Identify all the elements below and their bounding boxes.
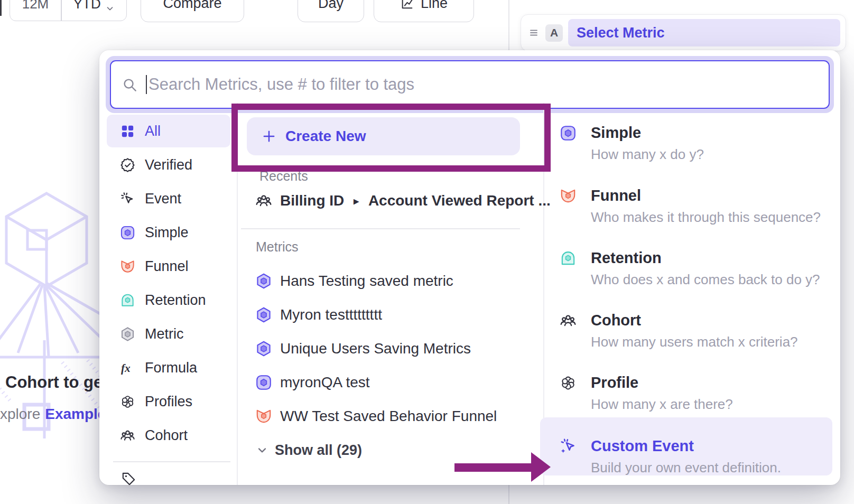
custom-event-icon [559,437,577,455]
metric-type-description: How many users match x criteria? [591,334,798,350]
saved-metric-name: Myron testtttttttt [280,306,382,323]
svg-text:fx: fx [121,362,131,375]
metric-type-simple[interactable]: SimpleHow many x do y? [540,104,832,162]
chevron-down-icon [105,1,115,10]
verified-icon [119,157,136,173]
metric-type-title: Profile [591,373,638,392]
metric-type-title: Simple [591,123,641,142]
show-all-button[interactable]: Show all (29) [256,434,362,466]
explore-prefix: xplore [0,406,40,423]
search-icon [122,77,138,93]
select-metric-field[interactable]: Select Metric [568,19,840,46]
retention-icon [119,292,136,309]
sidebar-item-label: Formula [145,360,197,376]
sidebar-item-all[interactable]: All [107,115,230,147]
saved-metric-name: Unique Users Saving Metrics [280,340,471,357]
sidebar-item-label: Metric [145,326,184,342]
metrics-section-label: Metrics [256,239,299,255]
sidebar-item-partial[interactable] [120,471,137,485]
sidebar-item-label: Funnel [145,258,189,275]
saved-metric-name: WW Test Saved Behavior Funnel [280,408,497,425]
sidebar-item-metric[interactable]: Metric [107,318,230,350]
simple-icon [559,124,577,142]
cohort-icon [255,192,273,210]
metric-icon [119,326,136,342]
saved-metric-item[interactable]: WW Test Saved Behavior Funnel [255,400,497,433]
chart-type-line-button[interactable]: Line [374,0,474,22]
metric-type-description: How many x do y? [591,146,704,162]
sidebar-item-simple[interactable]: Simple [107,216,230,249]
metric-purple-icon [255,306,273,324]
metric-type-title: Custom Event [591,436,694,455]
select-metric-dialog: AllVerifiedEventSimpleFunnelRetentionMet… [99,50,840,485]
simple-icon [119,225,136,241]
background-subtext: xplore Example [0,406,106,423]
sidebar-item-funnel[interactable]: Funnel [107,250,230,283]
saved-metric-name: myronQA test [280,374,370,391]
recent-item-primary: Billing ID [280,192,344,209]
range-ytd-label: YTD [73,0,101,12]
sidebar-item-formula[interactable]: fxFormula [107,351,230,384]
metric-type-description: Build your own event definition. [591,460,781,475]
metric-purple-icon [255,340,273,358]
background-heading: Cohort to ge [5,373,103,392]
compare-button[interactable]: Compare [141,0,244,22]
sidebar-item-cohort[interactable]: Cohort [107,419,230,452]
metric-type-title: Cohort [591,311,641,330]
tag-icon [120,480,137,485]
metric-type-custom-event[interactable]: Custom EventBuild your own event definit… [540,417,832,475]
sidebar-item-verified[interactable]: Verified [107,148,230,181]
drag-handle-icon[interactable] [527,26,540,39]
cohort-icon [119,427,136,444]
profiles-icon [119,394,136,410]
metric-type-description: Who makes it through this sequence? [591,209,821,225]
series-a-badge: A [545,24,563,42]
sidebar-item-retention[interactable]: Retention [107,284,230,316]
sidebar-bottom-divider [113,461,230,462]
simple-icon [255,374,273,391]
saved-metric-item[interactable]: Hans Testing saved metric [255,265,453,297]
metric-type-profile[interactable]: ProfileHow many x are there? [540,354,832,412]
line-chart-icon [400,0,414,11]
background-edge-mark [0,0,2,16]
select-metric-label: Select Metric [577,25,665,41]
metric-type-description: How many x are there? [591,396,733,412]
search-field[interactable] [110,60,830,109]
saved-metric-item[interactable]: Myron testtttttttt [255,298,382,331]
recents-section-label: Recents [259,169,308,184]
example-link[interactable]: Example [45,406,106,423]
sidebar-item-label: Event [145,191,181,207]
saved-metric-item[interactable]: Unique Users Saving Metrics [255,332,471,365]
metric-type-cohort[interactable]: CohortHow many users match x criteria? [540,292,832,350]
sidebar-item-event[interactable]: Event [107,182,230,215]
metric-type-funnel[interactable]: FunnelWho makes it through this sequence… [540,167,832,225]
metric-type-title: Retention [591,248,662,267]
sidebar-item-label: Retention [145,292,206,309]
create-new-button[interactable]: Create New [247,117,520,155]
sidebar-item-profiles[interactable]: Profiles [107,385,230,418]
plus-icon [262,129,276,144]
sidebar-item-label: All [145,123,161,139]
profiles-icon [559,374,577,392]
search-input[interactable] [148,75,818,94]
sidebar-item-label: Profiles [145,394,192,410]
sidebar-item-label: Cohort [145,427,188,444]
saved-metric-item[interactable]: myronQA test [255,366,370,399]
cohort-icon [559,312,577,330]
sidebar-item-label: Simple [145,225,189,241]
chart-type-line-label: Line [421,0,448,12]
formula-icon: fx [119,360,136,376]
recent-item-secondary: Account Viewed Report ... [368,192,551,209]
text-caret [146,75,147,94]
create-new-label: Create New [285,128,366,145]
metric-type-retention[interactable]: RetentionWho does x and comes back to do… [540,229,832,287]
recent-item[interactable]: Billing ID ▸ Account Viewed Report ... [255,184,551,217]
interval-day-button[interactable]: Day [298,0,364,22]
chevron-down-icon [256,444,268,456]
range-12m-button[interactable]: 12M [10,0,61,21]
range-ytd-button[interactable]: YTD [62,0,127,21]
show-all-label: Show all (29) [275,442,362,459]
grid-icon [119,123,136,139]
saved-metric-name: Hans Testing saved metric [280,273,453,290]
breadcrumb-arrow-icon: ▸ [354,195,359,207]
